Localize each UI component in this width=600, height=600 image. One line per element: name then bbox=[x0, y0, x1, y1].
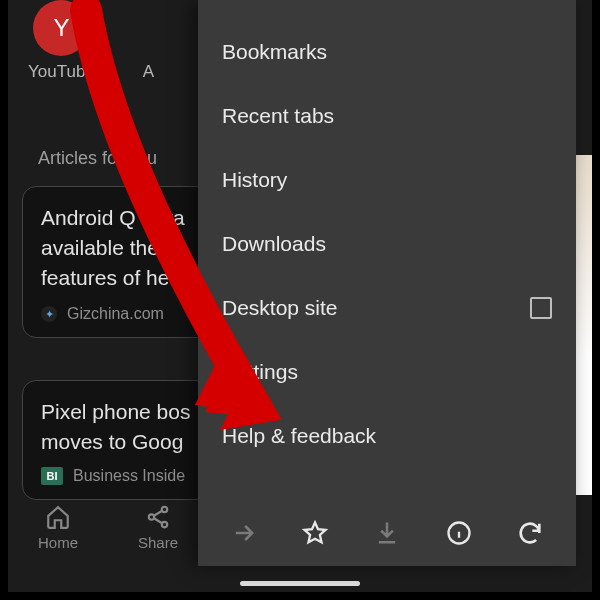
menu-item-downloads[interactable]: Downloads bbox=[198, 212, 576, 276]
menu-item-bookmarks[interactable]: Bookmarks bbox=[198, 20, 576, 84]
tab-edge-preview bbox=[576, 155, 592, 495]
share-icon bbox=[145, 504, 171, 530]
menu-list: Bookmarks Recent tabs History Downloads … bbox=[198, 0, 576, 468]
bottom-bar-label: Share bbox=[138, 534, 178, 551]
menu-item-desktop-site[interactable]: Desktop site bbox=[198, 276, 576, 340]
menu-item-label: Settings bbox=[222, 360, 298, 384]
download-icon bbox=[373, 519, 401, 547]
svg-point-2 bbox=[162, 521, 167, 526]
bookmark-button[interactable] bbox=[301, 519, 329, 551]
svg-point-1 bbox=[149, 514, 154, 519]
gesture-bar bbox=[240, 581, 360, 586]
section-heading-articles: Articles for you bbox=[38, 148, 157, 169]
desktop-site-checkbox[interactable] bbox=[530, 297, 552, 319]
shortcut-second[interactable]: A bbox=[143, 62, 154, 82]
menu-item-settings[interactable]: Settings bbox=[198, 340, 576, 404]
menu-item-label: Recent tabs bbox=[222, 104, 334, 128]
menu-item-label: Bookmarks bbox=[222, 40, 327, 64]
home-icon bbox=[45, 504, 71, 530]
reload-button[interactable] bbox=[516, 519, 544, 551]
source-name: Business Inside bbox=[73, 467, 185, 485]
shortcut-youtube[interactable]: Y YouTube bbox=[28, 0, 95, 82]
screen: Y YouTube A Articles for you Android Q B… bbox=[8, 0, 592, 592]
arrow-right-icon bbox=[230, 519, 258, 547]
info-button[interactable] bbox=[445, 519, 473, 551]
menu-item-help-feedback[interactable]: Help & feedback bbox=[198, 404, 576, 468]
youtube-avatar: Y bbox=[33, 0, 89, 56]
svg-point-0 bbox=[162, 506, 167, 511]
menu-item-label: Help & feedback bbox=[222, 424, 376, 448]
forward-button[interactable] bbox=[230, 519, 258, 551]
overflow-menu: Bookmarks Recent tabs History Downloads … bbox=[198, 0, 576, 566]
info-icon bbox=[445, 519, 473, 547]
shortcut-label: A bbox=[143, 62, 154, 82]
menu-item-label: Desktop site bbox=[222, 296, 338, 320]
menu-item-history[interactable]: History bbox=[198, 148, 576, 212]
reload-icon bbox=[516, 519, 544, 547]
menu-item-recent-tabs[interactable]: Recent tabs bbox=[198, 84, 576, 148]
download-button[interactable] bbox=[373, 519, 401, 551]
share-button[interactable]: Share bbox=[138, 504, 178, 551]
star-icon bbox=[301, 519, 329, 547]
bottom-bar-label: Home bbox=[38, 534, 78, 551]
home-button[interactable]: Home bbox=[38, 504, 78, 551]
source-name: Gizchina.com bbox=[67, 305, 164, 323]
source-favicon: BI bbox=[41, 467, 63, 485]
shortcut-label: YouTube bbox=[28, 62, 95, 82]
menu-item-label: History bbox=[222, 168, 287, 192]
shortcut-row: Y YouTube A bbox=[28, 0, 154, 82]
source-favicon: ✦ bbox=[41, 306, 57, 322]
menu-action-row bbox=[198, 504, 576, 566]
menu-item-label: Downloads bbox=[222, 232, 326, 256]
